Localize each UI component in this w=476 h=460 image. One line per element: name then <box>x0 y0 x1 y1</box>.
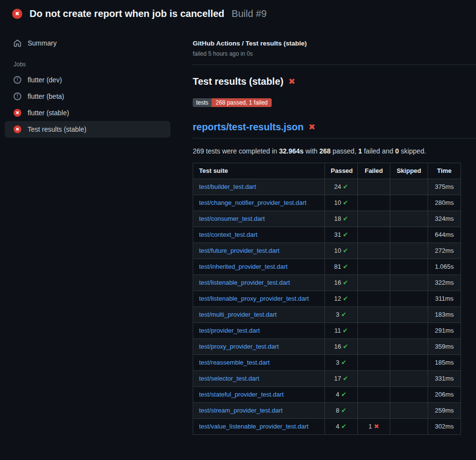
skipped-cell <box>390 323 428 339</box>
build-number: Build #9 <box>231 8 266 19</box>
table-row: test/proxy_provider_test.dart16 ✔359ms <box>193 339 461 355</box>
check-icon: ✔ <box>341 407 346 414</box>
time-cell: 359ms <box>428 339 461 355</box>
passed-cell: 11 ✔ <box>325 323 358 339</box>
skipped-cell <box>390 419 428 435</box>
suite-cell: test/builder_test.dart <box>193 179 325 195</box>
table-row: test/listenable_provider_test.dart16 ✔32… <box>193 275 461 291</box>
suite-link[interactable]: test/consumer_test.dart <box>199 215 265 222</box>
suite-link[interactable]: test/inherited_provider_test.dart <box>199 263 288 270</box>
skipped-cell <box>390 211 428 227</box>
passed-cell: 16 ✔ <box>325 275 358 291</box>
report-link[interactable]: reports/test-results.json <box>193 122 304 133</box>
sidebar-item-test-results-stable[interactable]: ✖ Test results (stable) <box>5 121 170 138</box>
table-row: test/provider_test.dart11 ✔291ms <box>193 323 461 339</box>
table-row: test/builder_test.dart24 ✔375ms <box>193 179 461 195</box>
time-cell: 280ms <box>428 195 461 211</box>
suite-cell: test/proxy_provider_test.dart <box>193 339 325 355</box>
sidebar-item-flutter-stable[interactable]: ✖ flutter (stable) <box>5 105 170 121</box>
check-icon: ✔ <box>343 247 348 254</box>
time-cell: 272ms <box>428 243 461 259</box>
suite-link[interactable]: test/reassemble_test.dart <box>199 359 270 366</box>
passed-cell: 4 ✔ <box>325 419 358 435</box>
table-row: test/stateful_provider_test.dart4 ✔206ms <box>193 387 461 403</box>
time-cell: 644ms <box>428 227 461 243</box>
sidebar-item-flutter-dev[interactable]: ! flutter (dev) <box>5 72 170 88</box>
home-icon <box>14 39 21 47</box>
col-skipped: Skipped <box>390 163 428 179</box>
divider <box>193 64 476 65</box>
skipped-cell <box>390 339 428 355</box>
sidebar-item-flutter-beta[interactable]: ! flutter (beta) <box>5 88 170 105</box>
time-cell: 322ms <box>428 275 461 291</box>
passed-cell: 16 ✔ <box>325 339 358 355</box>
main-content: GitHub Actions / Test results (stable) f… <box>170 26 476 435</box>
failed-cell <box>358 211 390 227</box>
table-row: test/value_listenable_provider_test.dart… <box>193 419 461 435</box>
suite-link[interactable]: test/value_listenable_provider_test.dart <box>199 423 308 430</box>
suite-cell: test/listenable_proxy_provider_test.dart <box>193 291 325 307</box>
suite-link[interactable]: test/listenable_provider_test.dart <box>199 279 290 286</box>
suite-cell: test/value_listenable_provider_test.dart <box>193 419 325 435</box>
check-icon: ✔ <box>341 423 346 430</box>
suite-link[interactable]: test/future_provider_test.dart <box>199 247 279 254</box>
suite-link[interactable]: test/builder_test.dart <box>199 183 256 190</box>
time-cell: 206ms <box>428 387 461 403</box>
suite-cell: test/provider_test.dart <box>193 323 325 339</box>
badge-value: 268 passed, 1 failed <box>212 98 271 107</box>
suite-cell: test/multi_provider_test.dart <box>193 307 325 323</box>
summary-duration: 32.964s <box>279 147 304 155</box>
sidebar-item-label: flutter (beta) <box>28 92 64 100</box>
summary-line: 269 tests were completed in 32.964s with… <box>193 147 476 155</box>
check-icon: ✔ <box>343 327 348 334</box>
sidebar-item-label: Summary <box>28 39 57 47</box>
check-icon: ✔ <box>343 279 348 286</box>
skipped-cell <box>390 403 428 419</box>
skipped-cell <box>390 291 428 307</box>
failed-cell <box>358 371 390 387</box>
suite-link[interactable]: test/multi_provider_test.dart <box>199 311 276 318</box>
time-cell: 302ms <box>428 419 461 435</box>
check-icon: ✔ <box>343 183 348 190</box>
skipped-cell <box>390 227 428 243</box>
table-row: test/multi_provider_test.dart3 ✔183ms <box>193 307 461 323</box>
suite-link[interactable]: test/proxy_provider_test.dart <box>199 343 279 350</box>
failed-cell <box>358 291 390 307</box>
test-results-table: Test suite Passed Failed Skipped Time te… <box>193 163 461 435</box>
passed-cell: 81 ✔ <box>325 259 358 275</box>
failed-cell <box>358 307 390 323</box>
suite-link[interactable]: test/change_notifier_provider_test.dart <box>199 199 307 206</box>
failed-cell <box>358 323 390 339</box>
suite-cell: test/listenable_provider_test.dart <box>193 275 325 291</box>
passed-cell: 10 ✔ <box>325 195 358 211</box>
time-cell: 259ms <box>428 403 461 419</box>
section-title: Test results (stable) ✖ <box>193 76 476 87</box>
sidebar-item-summary[interactable]: Summary <box>5 35 170 51</box>
check-icon: ✔ <box>343 231 348 238</box>
failed-x-icon: ✖ <box>308 122 315 132</box>
suite-link[interactable]: test/stream_provider_test.dart <box>199 407 283 414</box>
table-row: test/change_notifier_provider_test.dart1… <box>193 195 461 211</box>
check-icon: ✔ <box>341 311 346 318</box>
skipped-cell <box>390 387 428 403</box>
sidebar-item-label: flutter (stable) <box>28 109 69 117</box>
table-row: test/reassemble_test.dart3 ✔185ms <box>193 355 461 371</box>
passed-cell: 3 ✔ <box>325 355 358 371</box>
page-title: Do not create report when job is cancell… <box>30 8 224 19</box>
check-icon: ✔ <box>343 343 348 350</box>
check-icon: ✔ <box>343 295 348 302</box>
table-header-row: Test suite Passed Failed Skipped Time <box>193 163 461 179</box>
tests-badge: tests 268 passed, 1 failed <box>193 98 272 107</box>
time-cell: 1.065s <box>428 259 461 275</box>
suite-link[interactable]: test/context_test.dart <box>199 231 258 238</box>
run-meta: failed 5 hours ago in 0s <box>193 50 476 57</box>
table-row: test/future_provider_test.dart10 ✔272ms <box>193 243 461 259</box>
check-icon: ✔ <box>341 359 346 366</box>
time-cell: 291ms <box>428 323 461 339</box>
suite-link[interactable]: test/stateful_provider_test.dart <box>199 391 284 398</box>
suite-link[interactable]: test/provider_test.dart <box>199 327 260 334</box>
suite-link[interactable]: test/selector_test.dart <box>199 375 259 382</box>
passed-cell: 8 ✔ <box>325 403 358 419</box>
sidebar-item-label: flutter (dev) <box>28 76 62 84</box>
suite-link[interactable]: test/listenable_proxy_provider_test.dart <box>199 295 309 302</box>
